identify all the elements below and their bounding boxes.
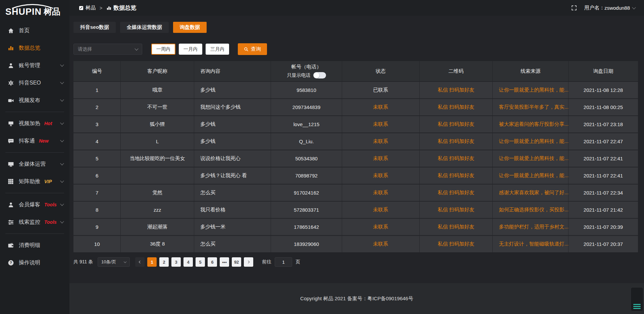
- cell-source-link[interactable]: 感谢大家喜欢我家，被问了好...: [493, 185, 569, 202]
- prev-page-button[interactable]: [135, 257, 145, 267]
- sidebar-item-home[interactable]: 首页: [0, 22, 69, 39]
- toggle-knob: [314, 72, 319, 78]
- cell-qr-link[interactable]: 私信 扫码加好友: [420, 99, 493, 116]
- search-button-label: 查询: [251, 46, 261, 52]
- cell-qr-link[interactable]: 私信 扫码加好友: [420, 185, 493, 202]
- bar-chart-icon: [106, 5, 111, 10]
- phone-only-toggle[interactable]: [313, 72, 326, 78]
- cell-source-link[interactable]: 无主灯设计，智能磁吸轨道灯...: [493, 236, 569, 253]
- sidebar-item-omni-media[interactable]: 全媒体运营: [0, 155, 69, 173]
- cell-source-link[interactable]: 让你一眼就爱上的黑科技，能...: [493, 82, 569, 99]
- page-button-92[interactable]: 92: [232, 257, 241, 267]
- cell-date: 2021-11-07 22:41: [569, 150, 638, 167]
- page-button-1[interactable]: 1: [147, 257, 157, 267]
- cell-source-link[interactable]: 多功能护栏灯，适用于乡村文...: [493, 219, 569, 236]
- page-ellipsis-button[interactable]: •••: [220, 257, 229, 267]
- breadcrumb-root[interactable]: 树品: [79, 5, 96, 11]
- sidebar-item-label: 消费明细: [19, 242, 40, 249]
- sidebar-item-doukeTong[interactable]: 抖客通 New: [0, 132, 69, 150]
- cell-date: 2021-11-07 22:47: [569, 133, 638, 150]
- jump-page-input[interactable]: [275, 257, 292, 267]
- sidebar-divider: [5, 152, 64, 153]
- cell-qr-link[interactable]: 私信 扫码加好友: [420, 82, 493, 99]
- sidebar-item-data-overview[interactable]: 数据总览: [0, 39, 69, 57]
- video-camera-icon: [7, 97, 14, 104]
- floating-widget[interactable]: [631, 287, 643, 311]
- cell-source-link[interactable]: 客厅安装投影半年多了，真实...: [493, 99, 569, 116]
- breadcrumb-current: 数据总览: [106, 4, 136, 12]
- cell-qr-link[interactable]: 私信 扫码加好友: [420, 219, 493, 236]
- fullscreen-icon[interactable]: [571, 5, 577, 11]
- sidebar-item-member-burst[interactable]: 会员爆客 Tools: [0, 196, 69, 213]
- table-row: 9潮起潮落多少钱一米178651642未联系私信 扫码加好友多功能护栏灯，适用于…: [73, 219, 638, 236]
- sidebar-item-label: 全媒体运营: [19, 161, 46, 168]
- cell-qr-link[interactable]: 私信 扫码加好友: [420, 167, 493, 185]
- cell-qr-link[interactable]: 私信 扫码加好友: [420, 133, 493, 150]
- page-button-6[interactable]: 6: [208, 257, 217, 267]
- chevron-down-icon: [60, 138, 64, 142]
- table-row: 7觉然怎么买917024162未联系私信 扫码加好友感谢大家喜欢我家，被问了好.…: [73, 185, 638, 202]
- sidebar-item-video-heating[interactable]: 视频加热 Hot: [0, 115, 69, 132]
- member-icon: [7, 201, 14, 208]
- main-area: 树品 > 数据总览 用户名： zswodun88 抖音seo数据: [69, 0, 644, 314]
- range-week-button[interactable]: 一周内: [151, 44, 175, 55]
- tab-omni-media-data[interactable]: 全媒体运营数据: [120, 22, 169, 33]
- cell-source-link[interactable]: 让你一眼就爱上的黑科技，能...: [493, 133, 569, 150]
- copyright-text: Copyright 树品 2021 备案号：粤ICP备09019646号: [300, 296, 413, 302]
- user-menu[interactable]: 用户名： zswodun88: [584, 5, 635, 11]
- cell-source-link[interactable]: 让你一眼就爱上的黑科技，能...: [493, 167, 569, 185]
- widget-bar: [633, 308, 641, 309]
- table-row: 8zzz我只看价格572803371未联系私信 扫码加好友如何正确选择投影仪，买…: [73, 202, 638, 219]
- page-button-3[interactable]: 3: [171, 257, 181, 267]
- cell-source-link[interactable]: 如何正确选择投影仪，买投影...: [493, 202, 569, 219]
- cell-qr-link[interactable]: 私信 扫码加好友: [420, 150, 493, 167]
- cell-source-link[interactable]: 被大家追着问的客厅投影分享...: [493, 116, 569, 133]
- chevron-left-icon: [139, 261, 142, 263]
- sidebar-item-account-mgmt[interactable]: 账号管理: [0, 57, 69, 74]
- chevron-down-icon: [60, 179, 64, 182]
- cell-qr-link[interactable]: 私信 扫码加好友: [420, 236, 493, 253]
- breadcrumb-current-label: 数据总览: [113, 4, 136, 12]
- cell-date: 2021-11-07 23:18: [569, 116, 638, 133]
- header-qr: 二维码: [420, 61, 493, 82]
- range-month-button[interactable]: 一月内: [179, 44, 202, 55]
- page-button-4[interactable]: 4: [183, 257, 193, 267]
- table-row: 4L多少钱Q_Liu.未联系私信 扫码加好友让你一眼就爱上的黑科技，能...20…: [73, 133, 638, 150]
- sidebar-item-matrix-boost[interactable]: 矩阵助推 VIP: [0, 173, 69, 190]
- cell-date: 2021-11-08 00:25: [569, 99, 638, 116]
- tab-douyin-seo-data[interactable]: 抖音seo数据: [73, 22, 116, 33]
- search-button[interactable]: 查询: [238, 43, 267, 55]
- sidebar-item-douyin-seo[interactable]: 抖音SEO: [0, 74, 69, 92]
- username-label: 用户名：: [584, 5, 604, 11]
- sidebar-item-help[interactable]: ? 操作说明: [0, 254, 69, 271]
- table-header-row: 编号 客户昵称 咨询内容 帐号（电话） 只显示电话: [73, 61, 638, 82]
- cell-account: 917024162: [271, 185, 342, 202]
- sidebar-item-video-publish[interactable]: 视频发布: [0, 92, 69, 109]
- cell-source-link[interactable]: 让你一眼就爱上的黑科技，能...: [493, 150, 569, 167]
- tab-inquiry-data[interactable]: 询盘数据: [173, 22, 207, 33]
- chevron-down-icon: [60, 219, 64, 223]
- new-badge: New: [39, 138, 49, 144]
- chevron-right-icon: [247, 261, 250, 263]
- svg-text:?: ?: [10, 261, 12, 265]
- data-tabs: 抖音seo数据 全媒体运营数据 询盘数据: [73, 22, 638, 33]
- sidebar-item-spend-detail[interactable]: 消费明细: [0, 237, 69, 254]
- page-button-5[interactable]: 5: [196, 257, 205, 267]
- cell-qr-link[interactable]: 私信 扫码加好友: [420, 116, 493, 133]
- cell-qr-link[interactable]: 私信 扫码加好友: [420, 202, 493, 219]
- sidebar-item-label: 矩阵助推: [19, 178, 40, 185]
- filter-select[interactable]: 请选择: [73, 44, 142, 55]
- page-size-select[interactable]: 10条/页: [98, 257, 130, 267]
- cell-account: 572803371: [271, 202, 342, 219]
- range-quarter-button[interactable]: 三月内: [206, 44, 229, 55]
- sliders-icon: [7, 219, 14, 225]
- user-icon: [7, 62, 14, 69]
- brand-logo[interactable]: SHUPIN 树品: [0, 3, 69, 22]
- page-button-2[interactable]: 2: [159, 257, 169, 267]
- cell-account: 9583810: [271, 82, 342, 99]
- sidebar-item-label: 首页: [19, 27, 30, 34]
- home-icon: [7, 27, 14, 34]
- cell-account: 70898792: [271, 167, 342, 185]
- sidebar-item-lead-monitor[interactable]: 线索监控 Tools: [0, 213, 69, 231]
- next-page-button[interactable]: [244, 257, 253, 267]
